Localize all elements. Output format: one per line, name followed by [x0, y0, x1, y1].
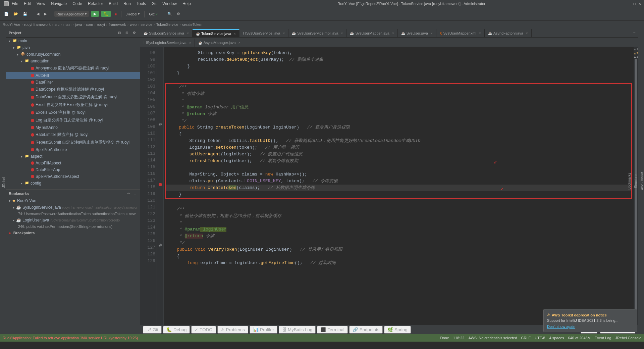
tree-spelpreauthorize[interactable]: SpelPreAuthorize	[6, 146, 140, 153]
breakpoint-dot-118[interactable]	[159, 183, 162, 186]
tree-datascope[interactable]: DataScope 数据权限过滤注解 @ ruoyi	[6, 86, 140, 93]
bc-web[interactable]: web	[130, 22, 137, 27]
tab-mybatis[interactable]: 🗄 MyBatis Log	[279, 326, 316, 334]
encoding-label[interactable]: UTF-8	[535, 336, 545, 340]
maximize-button[interactable]: □	[633, 2, 636, 6]
new-button[interactable]: 📄	[3, 11, 10, 17]
jrebel-console-button[interactable]: JRebel Console	[615, 336, 641, 340]
structure-strip[interactable]: Structure	[634, 174, 638, 188]
arrow-main[interactable]: ▾	[9, 39, 12, 43]
back-button[interactable]: ◀	[35, 11, 41, 17]
tab-sysuser[interactable]: ☕ SysUser.java ×	[398, 29, 436, 37]
tree-datafilteraop[interactable]: DataFilterAop	[6, 166, 140, 173]
bc-tokenservice[interactable]: TokenService	[156, 22, 178, 27]
tree-excel[interactable]: Excel 自定义导出Excel数据注解 @ ruoyi	[6, 101, 140, 109]
tab-close-2[interactable]: ×	[283, 32, 285, 35]
menu-tools[interactable]: Tools	[134, 1, 149, 7]
tab-close-7[interactable]: ×	[526, 32, 528, 35]
tree-excels[interactable]: Excels Excel注解集 @ ruoyi	[6, 109, 140, 116]
tab-isysloginforservice[interactable]: I ISysLoginforService.java ×	[140, 39, 195, 47]
tab-close-0[interactable]: ×	[187, 32, 189, 35]
arrow-annotation[interactable]: ▾	[21, 59, 24, 63]
close-button[interactable]: ✕	[638, 2, 641, 6]
tree-datafilter[interactable]: DataFilter	[6, 79, 140, 86]
sidebar-settings[interactable]: ⚙	[131, 30, 137, 35]
menu-view[interactable]: View	[34, 1, 48, 7]
tab-terminal[interactable]: ⬛ Terminal	[317, 326, 347, 334]
tab-sysuserserviceimpl[interactable]: ☕ SysUserServiceImpl.java ×	[288, 29, 346, 37]
gutter-118-breakpoint[interactable]	[157, 181, 163, 188]
jrebel-button[interactable]: JRebel ▾	[124, 11, 141, 17]
menu-git[interactable]: Git	[149, 1, 159, 7]
tab-close-6[interactable]: ×	[479, 32, 481, 35]
open-button[interactable]: 📂	[12, 11, 19, 17]
tab-close-5[interactable]: ×	[431, 32, 433, 35]
tab-tokenservice[interactable]: ☕ TokenService.java ×	[193, 29, 239, 37]
tab-asyncmanager[interactable]: ☕ AsyncManager.java ×	[195, 39, 244, 47]
more-tabs-button[interactable]: ⋯	[631, 31, 638, 35]
tab-spring[interactable]: 🌿 Spring	[384, 326, 411, 334]
bc-main[interactable]: main	[63, 22, 71, 27]
tab-sysloginservice[interactable]: ☕ SysLoginService.java ×	[140, 29, 193, 37]
bc-ruoyi-framework[interactable]: ruoyi-framework	[24, 22, 51, 27]
crlf-label[interactable]: CRLF	[521, 336, 531, 340]
menu-help[interactable]: Help	[180, 1, 194, 7]
tree-config-folder[interactable]: ▸ 📁 config	[6, 180, 140, 187]
tree-mytestanno[interactable]: MyTestAnno	[6, 124, 140, 131]
bookmark-root[interactable]: ▾ ★ RuoYi-Vue	[6, 197, 140, 204]
bookmarks-sort[interactable]: ↕	[133, 191, 137, 196]
menu-build[interactable]: Build	[106, 1, 120, 7]
tab-problems[interactable]: ⚠ Problems	[217, 326, 248, 334]
aws-dont-show-link[interactable]: Don't show again	[547, 325, 575, 329]
tab-asyncfactory[interactable]: ☕ AsyncFactory.java ×	[485, 29, 532, 37]
tree-autofillaspect[interactable]: AutoFillAspect	[6, 160, 140, 166]
tree-common-folder[interactable]: ▾ 📦 com.ruoyi.common	[6, 51, 140, 58]
arrow-config[interactable]: ▸	[21, 182, 24, 185]
bookmarks-edit[interactable]: ✏	[126, 191, 131, 196]
tab-close-4[interactable]: ×	[392, 32, 394, 35]
tab2-close-0[interactable]: ×	[189, 41, 191, 45]
tab-close-3[interactable]: ×	[341, 32, 343, 35]
bc-ruoyi-vue[interactable]: RuoYi-Vue	[3, 22, 20, 27]
save-button[interactable]: 💾	[21, 11, 29, 17]
search-everywhere-button[interactable]: 🔍	[166, 11, 173, 17]
sidebar-expand-all[interactable]: ⊞	[124, 30, 129, 35]
code-content[interactable]: String userKey = getTokenKey(token); red…	[164, 47, 633, 325]
bookmark-loginuser-line[interactable]: 246: public void setPermissions(Set<Stri…	[6, 223, 140, 230]
run-config-dropdown[interactable]: RuoYiApplication ▾	[54, 11, 89, 17]
tab2-close-1[interactable]: ×	[238, 41, 240, 45]
aws-toolkit-strip[interactable]: AWS Toolkit	[640, 172, 644, 190]
menu-run[interactable]: Run	[121, 1, 133, 7]
tree-repeatsubmit[interactable]: RepeatSubmit 自定义注解防止表单重复提交 @ ruoyi	[6, 139, 140, 146]
tree-aspect-folder[interactable]: ▾ 📁 aspect	[6, 153, 140, 160]
bookmark-syslogin[interactable]: ▾ ☕ SysLoginService.java ruoyi-framework…	[6, 204, 140, 211]
vertical-scrollbar-thumb[interactable]	[635, 59, 637, 323]
tree-datasource[interactable]: DataSource 自定义多数据源切换注解 @ ruoyi	[6, 93, 140, 101]
menu-edit[interactable]: Edit	[21, 1, 34, 7]
menu-window[interactable]: Window	[160, 1, 179, 7]
tree-autofill[interactable]: AutoFill	[6, 72, 140, 79]
bc-java[interactable]: java	[75, 22, 82, 27]
stop-button[interactable]: ■	[113, 11, 118, 17]
tree-log[interactable]: Log 自定义操作日志记录注解 @ ruoyi	[6, 116, 140, 124]
tree-anonymous[interactable]: Anonymous 匿名访问不鉴权注解 @ ruoyi	[6, 64, 140, 72]
arrow-common[interactable]: ▾	[17, 53, 20, 56]
bc-createtoken[interactable]: createToken	[182, 22, 202, 27]
bc-ruoyi[interactable]: ruoyi	[97, 22, 105, 27]
sidebar-collapse-all[interactable]: ⊟	[117, 30, 122, 35]
bc-service[interactable]: service	[141, 22, 152, 27]
tab-endpoints[interactable]: 🔗 Endpoints	[349, 326, 383, 334]
tree-main-folder[interactable]: ▾ 📁 main	[6, 38, 140, 44]
debug-button[interactable]: 🐛	[101, 11, 111, 17]
tab-todo[interactable]: ✓ TODO	[191, 326, 216, 334]
menu-refactor[interactable]: Refactor	[85, 1, 106, 7]
minimize-button[interactable]: ─	[628, 2, 631, 6]
forward-button[interactable]: ▶	[43, 11, 48, 17]
bc-src[interactable]: src	[55, 22, 60, 27]
tree-annotation-folder[interactable]: ▾ 📁 annotation	[6, 58, 140, 64]
tree-ratelimiter[interactable]: RateLimiter 限流注解 @ ruoyi	[6, 131, 140, 139]
run-button[interactable]: ▶	[91, 11, 99, 17]
bookmark-syslogin-line[interactable]: 74: UsernamePasswordAuthenticationToken …	[6, 211, 140, 217]
error-msg[interactable]: RuoYiApplication: Failed to retrieve app…	[3, 336, 138, 340]
window-controls[interactable]: ─ □ ✕	[628, 2, 641, 6]
